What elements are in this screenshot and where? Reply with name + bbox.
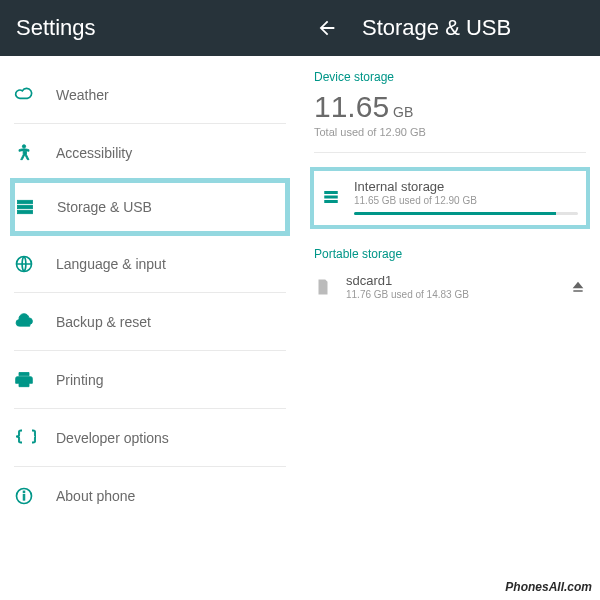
settings-item-label: Accessibility [56,145,132,161]
svg-rect-9 [324,191,338,194]
backup-icon [14,312,56,332]
back-icon[interactable] [316,17,338,39]
storage-icon [322,188,354,206]
settings-header: Settings [0,0,300,56]
settings-item-weather[interactable]: Weather [14,66,286,124]
divider [314,152,586,153]
svg-rect-10 [324,196,338,199]
watermark: PhonesAll.com [505,580,592,594]
language-icon [14,254,56,274]
svg-rect-11 [324,200,338,203]
sdcard-info: sdcard1 11.76 GB used of 14.83 GB [346,273,558,300]
settings-item-storage[interactable]: Storage & USB [10,178,290,236]
settings-item-about[interactable]: About phone [14,467,286,525]
used-unit: GB [393,104,413,120]
weather-icon [14,85,56,105]
storage-content: Device storage 11.65GB Total used of 12.… [300,56,600,600]
portable-storage-label: Portable storage [314,247,586,261]
settings-item-label: Weather [56,87,109,103]
svg-rect-3 [18,210,33,213]
internal-storage-subtext: 11.65 GB used of 12.90 GB [354,195,578,206]
settings-item-label: Printing [56,372,103,388]
storage-panel: Storage & USB Device storage 11.65GB Tot… [300,0,600,600]
settings-item-developer[interactable]: { } Developer options [14,409,286,467]
svg-rect-1 [18,200,33,203]
internal-storage-row[interactable]: Internal storage 11.65 GB used of 12.90 … [310,167,590,229]
internal-storage-progress [354,212,578,215]
eject-icon[interactable] [558,279,586,295]
portable-storage-section: Portable storage sdcard1 11.76 GB used o… [314,247,586,334]
accessibility-icon [14,143,56,163]
internal-storage-title: Internal storage [354,179,578,194]
settings-item-label: Language & input [56,256,166,272]
settings-panel: Settings Weather Accessibility Storage &… [0,0,300,600]
settings-item-backup[interactable]: Backup & reset [14,293,286,351]
settings-title: Settings [16,15,96,41]
settings-list: Weather Accessibility Storage & USB Lang… [0,56,300,600]
total-used-subtext: Total used of 12.90 GB [314,126,586,138]
used-number: 11.65 [314,90,389,123]
settings-item-label: Developer options [56,430,169,446]
sdcard-row[interactable]: sdcard1 11.76 GB used of 14.83 GB [314,267,586,334]
svg-text:{ }: { } [15,429,36,444]
sdcard-title: sdcard1 [346,273,558,288]
internal-storage-info: Internal storage 11.65 GB used of 12.90 … [354,179,578,215]
settings-item-label: Backup & reset [56,314,151,330]
sdcard-icon [314,276,346,298]
storage-header: Storage & USB [300,0,600,56]
sdcard-subtext: 11.76 GB used of 14.83 GB [346,289,558,300]
svg-rect-8 [23,491,25,493]
svg-rect-7 [23,494,25,500]
svg-point-0 [22,144,25,147]
settings-item-label: Storage & USB [57,199,152,215]
printing-icon [14,370,56,390]
storage-title: Storage & USB [362,15,511,41]
svg-rect-2 [18,205,33,208]
total-used-value: 11.65GB [314,90,586,124]
developer-icon: { } [14,428,56,448]
device-storage-label: Device storage [314,70,586,84]
settings-item-printing[interactable]: Printing [14,351,286,409]
internal-storage-progress-fill [354,212,556,215]
settings-item-label: About phone [56,488,135,504]
settings-item-accessibility[interactable]: Accessibility [14,124,286,182]
about-icon [14,486,56,506]
storage-icon [15,197,57,217]
settings-item-language[interactable]: Language & input [14,235,286,293]
